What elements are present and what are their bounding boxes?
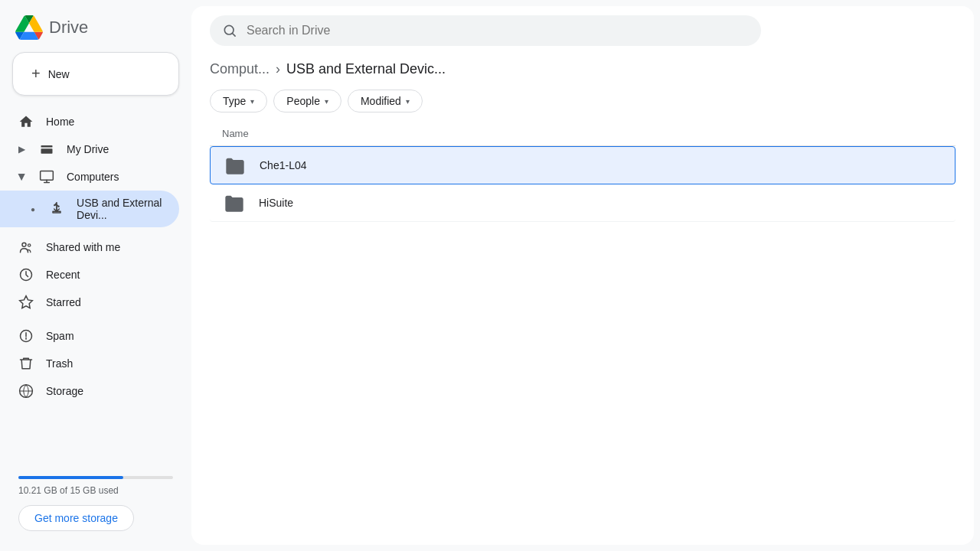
search-icon [222,23,237,38]
sidebar-item-spam[interactable]: Spam [0,322,179,350]
col-name-header: Name [222,128,943,139]
storage-text: 10.21 GB of 15 GB used [18,485,173,496]
people-filter-arrow-icon: ▾ [325,97,328,106]
folder-icon [223,153,247,178]
table-header: Name [210,122,956,146]
main-content: Comput... › USB and External Devic... Ty… [191,6,974,545]
dot-arrow-icon: ● [31,205,35,214]
sidebar-item-home-label: Home [46,116,74,128]
new-button-label: New [48,68,70,80]
file-name: Che1-L04 [260,159,307,171]
type-filter-label: Type [223,95,246,107]
modified-filter-arrow-icon: ▾ [406,97,410,106]
expand-arrow-icon: ▶ [18,144,25,155]
people-filter-label: People [286,95,320,107]
top-bar [191,6,974,55]
svg-rect-1 [41,148,53,154]
get-storage-button[interactable]: Get more storage [18,505,134,531]
file-name: HiSuite [259,197,293,209]
sidebar-item-starred-label: Starred [46,296,81,308]
computers-icon [39,169,54,184]
modified-filter-label: Modified [361,95,401,107]
sidebar-item-spam-label: Spam [46,330,74,342]
svg-rect-2 [41,171,54,181]
expand-arrow-computers-icon: ▶ [17,174,28,181]
sidebar-item-computers[interactable]: ▶ Computers [0,163,179,191]
breadcrumb-current: USB and External Devic... [286,61,446,77]
svg-point-6 [28,244,31,246]
storage-icon [18,383,34,399]
sidebar-item-storage[interactable]: Storage [0,377,179,405]
sidebar-item-shared-label: Shared with me [46,241,120,253]
my-drive-icon [39,142,54,157]
new-button[interactable]: + New [12,52,179,96]
modified-filter-button[interactable]: Modified ▾ [348,90,423,112]
sidebar-item-trash[interactable]: Trash [0,350,179,377]
nav-section: Home ▶ My Drive ▶ Computers [0,108,191,464]
sidebar-item-starred[interactable]: Starred [0,289,179,316]
sidebar-item-shared[interactable]: Shared with me [0,233,179,261]
sidebar-item-trash-label: Trash [46,357,73,370]
storage-bar-background [18,476,173,479]
plus-icon: + [31,65,41,83]
sidebar-item-my-drive[interactable]: ▶ My Drive [0,135,179,163]
sidebar-item-recent[interactable]: Recent [0,261,179,289]
sidebar-item-my-drive-label: My Drive [67,143,109,155]
usb-icon [49,201,64,217]
people-filter-button[interactable]: People ▾ [273,90,341,112]
sidebar-item-usb[interactable]: ● USB and External Devi... [0,191,179,227]
table-row[interactable]: Che1-L04 [210,146,956,184]
storage-bar-fill [18,476,123,479]
file-table: Name Che1-L04 HiSuite [191,122,974,545]
breadcrumb: Comput... › USB and External Devic... [191,55,974,80]
svg-point-5 [22,243,26,246]
logo-area: Drive [0,8,191,52]
sidebar: Drive + New Home ▶ My Drive [0,0,191,551]
type-filter-arrow-icon: ▾ [250,97,254,106]
svg-rect-0 [41,145,53,148]
storage-section: 10.21 GB of 15 GB used Get more storage [0,464,191,543]
home-icon [18,114,34,129]
app-title: Drive [49,18,88,37]
breadcrumb-separator: › [276,61,280,77]
shared-icon [18,240,34,255]
search-bar[interactable] [210,15,761,46]
starred-icon [18,295,34,310]
breadcrumb-parent[interactable]: Comput... [210,61,270,77]
search-input[interactable] [247,24,749,37]
sidebar-item-home[interactable]: Home [0,108,179,135]
spam-icon [18,328,34,344]
trash-icon [18,356,34,371]
sidebar-item-recent-label: Recent [46,269,80,281]
sidebar-item-usb-label: USB and External Devi... [77,197,167,221]
sidebar-item-storage-label: Storage [46,385,83,397]
table-row[interactable]: HiSuite [210,184,956,222]
folder-icon [222,191,247,215]
drive-logo-icon [15,15,43,40]
recent-icon [18,267,34,282]
filter-bar: Type ▾ People ▾ Modified ▾ [191,80,974,122]
sidebar-item-computers-label: Computers [67,171,119,183]
type-filter-button[interactable]: Type ▾ [210,90,267,112]
